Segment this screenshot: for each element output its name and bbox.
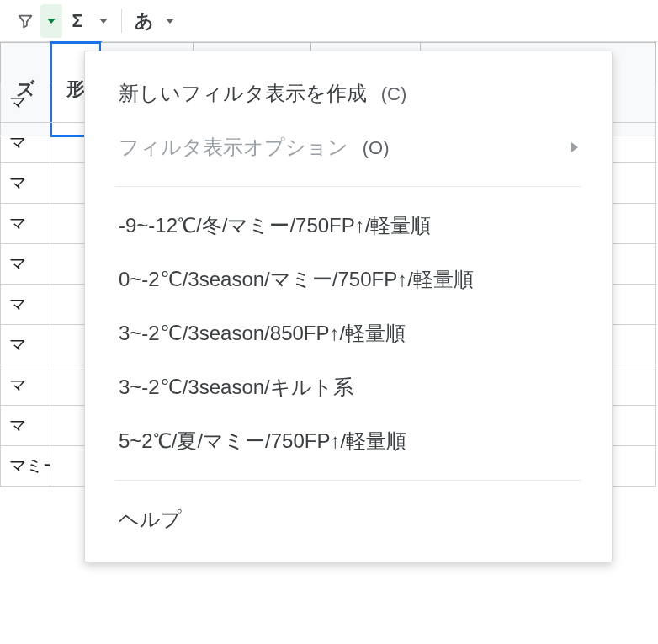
sigma-group: Σ [62,4,114,38]
menu-item-accelerator: (C) [381,83,407,104]
cell[interactable]: マ [0,285,50,325]
menu-item-label: フィルタ表示オプション [119,136,348,158]
menu-item-label: 新しいフィルタ表示を作成 [119,82,367,104]
functions-button[interactable]: Σ [62,4,93,38]
caret-down-icon [99,19,108,24]
menu-item-label: ヘルプ [119,506,182,533]
filter-views-menu: 新しいフィルタ表示を作成 (C) フィルタ表示オプション (O) -9~-12℃… [84,51,613,562]
menu-item-saved-filter-view[interactable]: -9~-12℃/冬/マミー/750FP↑/軽量順 [85,199,612,253]
menu-item-label: 3~-2℃/3season/キルト系 [119,374,353,401]
menu-item-label: 0~-2℃/3season/マミー/750FP↑/軽量順 [119,266,474,293]
filter-group [10,4,62,38]
cell[interactable]: マ [0,365,50,406]
menu-item-saved-filter-view[interactable]: 0~-2℃/3season/マミー/750FP↑/軽量順 [85,253,612,306]
input-method-dropdown-button[interactable] [159,4,181,38]
cell[interactable]: マ [0,325,50,365]
menu-divider [115,480,581,481]
menu-item-saved-filter-view[interactable]: 3~-2℃/3season/キルト系 [85,360,612,414]
sigma-icon: Σ [72,10,82,32]
cell[interactable]: マ [0,163,50,204]
cell[interactable]: マ [0,123,50,163]
functions-dropdown-button[interactable] [93,4,114,38]
cell[interactable]: マ [0,82,50,123]
cell[interactable]: マ [0,406,50,446]
filter-icon [16,12,34,30]
input-method-icon: あ [135,8,154,34]
caret-down-icon [47,19,56,24]
filter-dropdown-button[interactable] [40,4,62,38]
input-method-button[interactable]: あ [129,4,159,38]
toolbar: Σ あ [0,0,658,42]
menu-item-help[interactable]: ヘルプ [85,492,612,546]
menu-item-filter-view-options: フィルタ表示オプション (O) [85,120,612,174]
menu-divider [115,186,581,187]
chevron-right-icon [571,142,578,152]
menu-item-label: -9~-12℃/冬/マミー/750FP↑/軽量順 [119,212,431,239]
menu-item-accelerator: (O) [363,137,390,158]
input-method-group: あ [129,4,181,38]
menu-item-label: 5~2℃/夏/マミー/750FP↑/軽量順 [119,428,406,455]
cell[interactable]: マミー [0,446,50,487]
menu-item-saved-filter-view[interactable]: 5~2℃/夏/マミー/750FP↑/軽量順 [85,414,612,468]
menu-item-create-filter-view[interactable]: 新しいフィルタ表示を作成 (C) [85,67,612,120]
filter-button[interactable] [10,4,40,38]
caret-down-icon [166,19,174,24]
cell[interactable]: マ [0,244,50,285]
menu-item-label: 3~-2℃/3season/850FP↑/軽量順 [119,320,406,347]
toolbar-separator [121,9,122,33]
menu-item-saved-filter-view[interactable]: 3~-2℃/3season/850FP↑/軽量順 [85,306,612,360]
cell[interactable]: マ [0,204,50,244]
